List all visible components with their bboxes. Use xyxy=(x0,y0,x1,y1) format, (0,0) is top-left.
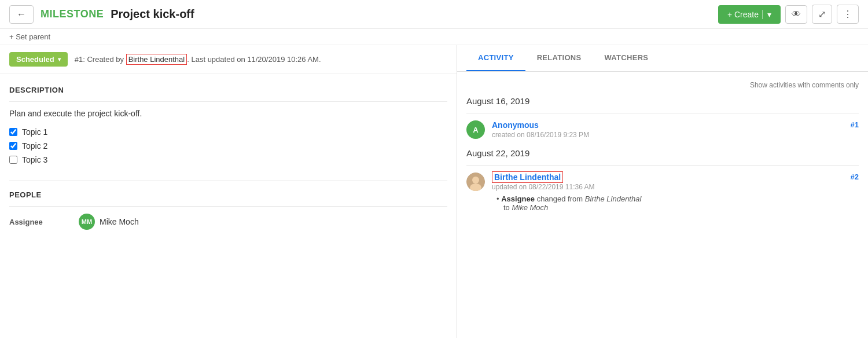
assignee-label: Assignee xyxy=(9,218,79,226)
right-panel: ACTIVITY RELATIONS WATCHERS Show activit… xyxy=(457,45,868,338)
activity-time-2: updated on 08/22/2019 11:36 AM xyxy=(492,183,595,191)
date-header-2: August 22, 2019 xyxy=(466,148,859,158)
activity-time-1: created on 08/16/2019 9:23 PM xyxy=(492,131,589,139)
topic3-checkbox[interactable] xyxy=(9,156,17,164)
top-bar-left: ← MILESTONE Project kick-off xyxy=(9,5,194,24)
top-bar: ← MILESTONE Project kick-off + Create ▾ … xyxy=(0,0,868,29)
create-dropdown-arrow: ▾ xyxy=(762,10,771,19)
activity-header-row-2: Birthe Lindenthal updated on 08/22/2019 … xyxy=(492,172,859,191)
list-item: Topic 1 xyxy=(9,127,447,137)
avatar-svg xyxy=(466,172,485,191)
svg-point-1 xyxy=(472,177,479,183)
list-item: Topic 3 xyxy=(9,155,447,164)
milestone-label: MILESTONE xyxy=(41,8,104,20)
activity-panel: Show activities with comments only Augus… xyxy=(457,72,868,230)
avatar-birthe xyxy=(466,172,485,191)
show-comments-label: Show activities with comments only xyxy=(466,81,859,89)
topic2-label: Topic 2 xyxy=(22,141,47,151)
activity-num-1: #1 xyxy=(851,120,859,129)
status-meta: #1: Created by Birthe Lindenthal. Last u… xyxy=(75,55,321,64)
topic1-label: Topic 1 xyxy=(22,127,47,137)
activity-body-2: Birthe Lindenthal updated on 08/22/2019 … xyxy=(492,172,859,212)
back-button[interactable]: ← xyxy=(9,5,34,24)
activity-author-1[interactable]: Anonymous xyxy=(492,120,539,130)
expand-button[interactable]: ⤢ xyxy=(812,5,832,24)
date-header-1: August 16, 2019 xyxy=(466,96,859,106)
avatar-anonymous: A xyxy=(466,120,485,139)
people-section: PEOPLE Assignee MM Mike Moch xyxy=(0,181,457,239)
tab-watchers[interactable]: WATCHERS xyxy=(593,45,660,71)
activity-changes: • Assignee changed from Birthe Lindentha… xyxy=(492,194,859,212)
creator-link[interactable]: Birthe Lindenthal xyxy=(126,54,187,65)
assignee-name: Mike Moch xyxy=(100,217,139,226)
main-content: Scheduled ▾ #1: Created by Birthe Linden… xyxy=(0,45,868,338)
set-parent-link[interactable]: + Set parent xyxy=(9,32,50,41)
activity-item-1: A Anonymous created on 08/16/2019 9:23 P… xyxy=(466,120,859,139)
checklist: Topic 1 Topic 2 Topic 3 xyxy=(9,127,447,164)
people-title: PEOPLE xyxy=(9,190,447,199)
assignee-row: Assignee MM Mike Moch xyxy=(9,214,447,230)
activity-author-2[interactable]: Birthe Lindenthal xyxy=(492,171,563,183)
tab-relations[interactable]: RELATIONS xyxy=(525,45,593,71)
assignee-avatar: MM xyxy=(79,214,95,230)
topic2-checkbox[interactable] xyxy=(9,142,17,150)
set-parent-bar: + Set parent xyxy=(0,29,868,45)
more-button[interactable]: ⋮ xyxy=(837,5,859,24)
top-bar-right: + Create ▾ 👁 ⤢ ⋮ xyxy=(718,5,859,24)
activity-num-2: #2 xyxy=(851,172,859,181)
status-bar: Scheduled ▾ #1: Created by Birthe Linden… xyxy=(0,45,457,74)
description-title: DESCRIPTION xyxy=(9,86,447,94)
tab-activity[interactable]: ACTIVITY xyxy=(466,45,525,71)
topic1-checkbox[interactable] xyxy=(9,128,17,136)
page-title: Project kick-off xyxy=(111,8,194,21)
create-button[interactable]: + Create ▾ xyxy=(718,5,781,24)
status-dropdown-arrow: ▾ xyxy=(58,56,61,63)
left-panel: Scheduled ▾ #1: Created by Birthe Linden… xyxy=(0,45,457,338)
description-section: DESCRIPTION Plan and execute the project… xyxy=(0,74,457,181)
list-item: Topic 2 xyxy=(9,141,447,151)
activity-body-1: Anonymous created on 08/16/2019 9:23 PM … xyxy=(492,120,859,139)
status-badge[interactable]: Scheduled ▾ xyxy=(9,52,68,67)
eye-button[interactable]: 👁 xyxy=(785,5,807,24)
description-text: Plan and execute the project kick-off. xyxy=(9,109,447,118)
topic3-label: Topic 3 xyxy=(22,155,47,164)
tabs: ACTIVITY RELATIONS WATCHERS xyxy=(457,45,868,72)
activity-header-row-1: Anonymous created on 08/16/2019 9:23 PM … xyxy=(492,120,859,139)
activity-item-2: Birthe Lindenthal updated on 08/22/2019 … xyxy=(466,172,859,212)
